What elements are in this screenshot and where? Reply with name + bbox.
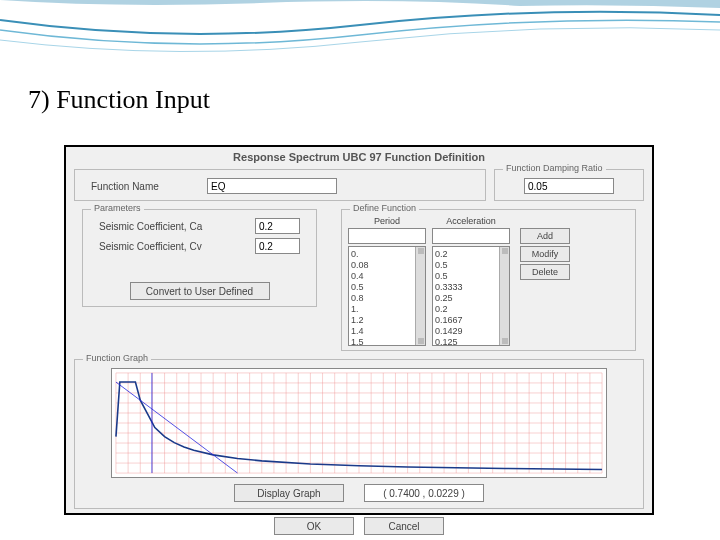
graph-area (111, 368, 607, 478)
cv-label: Seismic Coefficient, Cv (99, 241, 249, 252)
define-function-group: Define Function Period Acceleration 0.0.… (341, 209, 636, 351)
slide-title: 7) Function Input (28, 85, 210, 115)
dialog-response-spectrum: Response Spectrum UBC 97 Function Defini… (64, 145, 654, 515)
accel-input[interactable] (432, 228, 510, 244)
damping-input[interactable] (524, 178, 614, 194)
ok-button[interactable]: OK (274, 517, 354, 535)
delete-button[interactable]: Delete (520, 264, 570, 280)
graph-title: Function Graph (83, 353, 151, 363)
damping-label: Function Damping Ratio (503, 163, 606, 173)
graph-readout: ( 0.7400 , 0.0229 ) (364, 484, 484, 502)
damping-group: Function Damping Ratio (494, 169, 644, 201)
cv-input[interactable] (255, 238, 300, 254)
define-title: Define Function (350, 203, 419, 213)
add-button[interactable]: Add (520, 228, 570, 244)
period-listbox[interactable]: 0.0.080.40.50.81.1.21.41.5 (348, 246, 426, 346)
function-name-label: Function Name (91, 181, 201, 192)
display-graph-button[interactable]: Display Graph (234, 484, 344, 502)
accel-header: Acceleration (432, 216, 510, 226)
function-graph-group: Function Graph Display Graph ( 0.7400 , … (74, 359, 644, 509)
parameters-group: Parameters Seismic Coefficient, Ca Seism… (82, 209, 317, 307)
period-input[interactable] (348, 228, 426, 244)
period-header: Period (348, 216, 426, 226)
parameters-title: Parameters (91, 203, 144, 213)
accel-listbox[interactable]: 0.20.50.50.33330.250.20.16670.14290.125 (432, 246, 510, 346)
function-name-group: Function Name (74, 169, 486, 201)
ca-input[interactable] (255, 218, 300, 234)
scrollbar-icon[interactable] (415, 247, 425, 345)
scrollbar-icon[interactable] (499, 247, 509, 345)
ca-label: Seismic Coefficient, Ca (99, 221, 249, 232)
function-name-input[interactable] (207, 178, 337, 194)
header-decoration (0, 0, 720, 80)
cancel-button[interactable]: Cancel (364, 517, 444, 535)
convert-button[interactable]: Convert to User Defined (130, 282, 270, 300)
modify-button[interactable]: Modify (520, 246, 570, 262)
